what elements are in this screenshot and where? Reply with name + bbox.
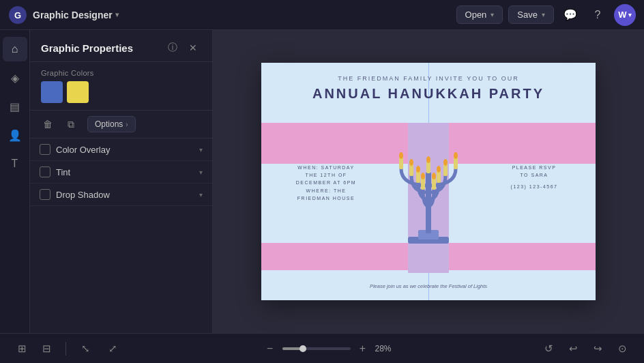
- copy-icon-button[interactable]: ⧉: [61, 115, 80, 134]
- zoom-in-button[interactable]: +: [355, 340, 371, 357]
- nav-icon-text[interactable]: T: [3, 151, 27, 176]
- topbar-actions: Open ▾ Save ▾ 💬 ? W ▾: [456, 4, 636, 26]
- menorah-image: [381, 131, 476, 254]
- where-place: FRIEDMAN HOUSE: [282, 194, 370, 202]
- open-button[interactable]: Open ▾: [456, 5, 503, 24]
- app-name-label: Graphic Designer: [33, 10, 113, 20]
- tint-checkbox[interactable]: [40, 166, 50, 177]
- svg-point-18: [443, 159, 448, 166]
- panel-header-icons: ⓘ ✕: [164, 40, 201, 56]
- graphic-colors-label: Graphic Colors: [30, 62, 212, 81]
- close-icon[interactable]: ✕: [185, 40, 201, 56]
- grid-icon-button[interactable]: ⊟: [35, 338, 57, 360]
- options-row: 🗑 ⧉ Options ›: [30, 110, 212, 139]
- right-text-block: PLEASE RSVP TO SARA (123) 123-4567: [493, 164, 575, 191]
- avatar-initials: W: [618, 10, 626, 20]
- redo-icon-button[interactable]: ↪: [587, 338, 609, 360]
- svg-point-16: [454, 152, 458, 159]
- svg-point-8: [399, 152, 403, 159]
- svg-rect-4: [426, 172, 431, 233]
- avatar[interactable]: W ▾: [614, 4, 636, 26]
- open-button-label: Open: [465, 10, 487, 20]
- phone: (123) 123-4567: [493, 183, 575, 190]
- app-name[interactable]: Graphic Designer ▾: [33, 10, 119, 20]
- delete-icon-button[interactable]: 🗑: [38, 115, 57, 134]
- zoom-slider[interactable]: [282, 347, 351, 350]
- svg-point-20: [437, 166, 441, 173]
- tint-chevron-icon: ▾: [199, 169, 203, 176]
- color-overlay-chevron-icon: ▾: [199, 146, 203, 154]
- save-button-label: Save: [517, 10, 538, 20]
- app-name-chevron-icon: ▾: [115, 11, 119, 18]
- zoom-out-button[interactable]: −: [262, 340, 278, 357]
- zoom-value: 28%: [375, 344, 400, 353]
- drop-shadow-label: Drop Shadow: [56, 190, 194, 200]
- nav-icon-users[interactable]: 👤: [3, 123, 27, 147]
- graphic-properties-panel: Graphic Properties ⓘ ✕ Graphic Colors 🗑 …: [30, 30, 213, 333]
- color-overlay-row[interactable]: Color Overlay ▾: [30, 139, 212, 161]
- options-chevron-icon: ›: [126, 121, 128, 128]
- main-area: ⌂ ◈ ▤ 👤 T Graphic Properties ⓘ ✕ Graphic…: [0, 30, 644, 333]
- tint-row[interactable]: Tint ▾: [30, 161, 212, 184]
- canvas-area[interactable]: The Friedman Family Invite You To Our An…: [213, 30, 644, 333]
- separator-1: [65, 342, 66, 355]
- bottom-text: Please join us as we celebrate the Festi…: [261, 283, 596, 289]
- color-swatch-blue[interactable]: [41, 81, 63, 103]
- svg-point-10: [409, 159, 413, 166]
- nav-icon-home[interactable]: ⌂: [3, 37, 27, 61]
- save-chevron-icon: ▾: [542, 11, 545, 18]
- chat-icon-button[interactable]: 💬: [559, 4, 581, 26]
- nav-icon-shapes[interactable]: ◈: [3, 66, 27, 90]
- history-icon-button[interactable]: ⊙: [611, 338, 633, 360]
- svg-point-22: [432, 173, 436, 179]
- open-chevron-icon: ▾: [491, 11, 494, 18]
- when-time: DECEMBER AT 6PM: [282, 179, 370, 186]
- svg-text:G: G: [14, 10, 21, 20]
- svg-point-12: [416, 166, 420, 173]
- right-tools: ↺ ↩ ↪ ⊙: [538, 338, 633, 360]
- zoom-slider-thumb: [299, 345, 306, 352]
- color-overlay-checkbox[interactable]: [40, 144, 50, 155]
- fullscreen-icon-button[interactable]: ⤡: [74, 338, 96, 360]
- layers-icon-button[interactable]: ⊞: [11, 338, 33, 360]
- help-icon-button[interactable]: ?: [587, 4, 609, 26]
- when-date: THE 12TH OF: [282, 171, 370, 179]
- drop-shadow-chevron-icon: ▾: [199, 191, 203, 199]
- zoom-controls: − + 28%: [262, 340, 400, 357]
- topbar: G Graphic Designer ▾ Open ▾ Save ▾ 💬 ? W…: [0, 0, 644, 30]
- bottombar: ⊞ ⊟ ⤡ ⤢ − + 28% ↺ ↩ ↪ ⊙: [0, 333, 644, 363]
- nav-icon-layers[interactable]: ▤: [3, 94, 27, 119]
- left-text-block: WHEN: SATURDAY THE 12TH OF DECEMBER AT 6…: [282, 164, 370, 202]
- drop-shadow-checkbox[interactable]: [40, 189, 50, 200]
- invitation-top-text: The Friedman Family Invite You To Our: [261, 75, 596, 82]
- invitation-card: The Friedman Family Invite You To Our An…: [261, 63, 596, 300]
- where-label: WHERE: THE: [282, 187, 370, 194]
- panel-header: Graphic Properties ⓘ ✕: [30, 30, 212, 62]
- resize-icon-button[interactable]: ⤢: [102, 338, 123, 360]
- color-overlay-label: Color Overlay: [56, 145, 194, 155]
- rsvp-label: PLEASE RSVP: [493, 164, 575, 171]
- rsvp-to: TO SARA: [493, 171, 575, 179]
- color-swatches: [30, 81, 212, 110]
- panel-title: Graphic Properties: [41, 42, 164, 54]
- color-swatch-yellow[interactable]: [67, 81, 89, 103]
- icon-nav: ⌂ ◈ ▤ 👤 T: [0, 30, 30, 333]
- save-button[interactable]: Save ▾: [508, 5, 554, 24]
- app-logo: G: [8, 5, 27, 25]
- options-button-label: Options: [95, 119, 123, 129]
- options-button[interactable]: Options ›: [87, 116, 136, 132]
- tint-label: Tint: [56, 167, 194, 177]
- svg-point-14: [421, 173, 425, 179]
- invitation-title: Annual Hanukkah Party: [261, 86, 596, 102]
- refresh-icon-button[interactable]: ↺: [538, 338, 559, 360]
- undo-icon-button[interactable]: ↩: [562, 338, 584, 360]
- svg-point-6: [426, 156, 430, 163]
- drop-shadow-row[interactable]: Drop Shadow ▾: [30, 184, 212, 206]
- when-label: WHEN: SATURDAY: [282, 164, 370, 171]
- avatar-chevron-icon: ▾: [628, 12, 632, 18]
- layout-tools: ⊞ ⊟: [11, 338, 57, 360]
- info-icon[interactable]: ⓘ: [164, 40, 181, 56]
